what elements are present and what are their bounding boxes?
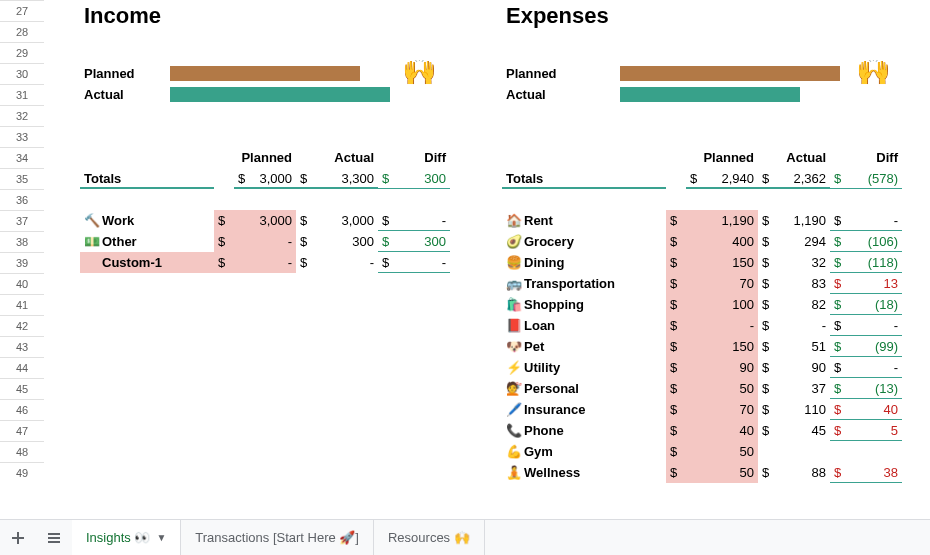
expenses-row-3-planned-val[interactable]: 70 [686,273,758,294]
expenses-row-4-actual-sym[interactable]: $ [758,294,778,315]
expenses-totals-planned-val[interactable]: 2,940 [706,168,758,189]
expenses-row-12-diff-val[interactable]: 38 [850,462,902,483]
expenses-totals-actual-sym[interactable]: $ [758,168,778,189]
income-row-0-label[interactable]: 🔨Work [80,210,214,231]
expenses-row-7-planned-sym[interactable]: $ [666,357,686,378]
income-totals-label[interactable]: Totals [80,168,214,189]
expenses-row-12-planned-sym[interactable]: $ [666,462,686,483]
expenses-header-actual[interactable]: Actual [758,147,830,168]
income-row-1-actual-sym[interactable]: $ [296,231,316,252]
expenses-header-diff[interactable]: Diff [830,147,902,168]
expenses-row-3-actual-sym[interactable]: $ [758,273,778,294]
income-row-1-label[interactable]: 💵Other [80,231,214,252]
expenses-row-10-actual-sym[interactable]: $ [758,420,778,441]
row-header-32[interactable]: 32 [0,105,44,126]
expenses-row-0-planned-val[interactable]: 1,190 [686,210,758,231]
income-row-0-diff-sym[interactable]: $ [378,210,398,231]
expenses-row-9-actual-sym[interactable]: $ [758,399,778,420]
expenses-row-6-diff-sym[interactable]: $ [830,336,850,357]
expenses-row-12-planned-val[interactable]: 50 [686,462,758,483]
expenses-row-11-label[interactable]: 💪Gym [502,441,666,462]
expenses-row-5-planned-sym[interactable]: $ [666,315,686,336]
expenses-row-5-diff-sym[interactable]: $ [830,315,850,336]
expenses-row-4-planned-val[interactable]: 100 [686,294,758,315]
row-header-41[interactable]: 41 [0,294,44,315]
income-totals-planned-sym[interactable]: $ [234,168,254,189]
expenses-row-7-diff-sym[interactable]: $ [830,357,850,378]
income-row-2-diff-sym[interactable]: $ [378,252,398,273]
expenses-row-6-diff-val[interactable]: (99) [850,336,902,357]
tab-resources[interactable]: Resources 🙌 [374,520,485,556]
expenses-row-6-planned-val[interactable]: 150 [686,336,758,357]
income-row-1-planned-sym[interactable]: $ [214,231,234,252]
row-header-29[interactable]: 29 [0,42,44,63]
expenses-totals-actual-val[interactable]: 2,362 [778,168,830,189]
income-row-2-planned-val[interactable]: - [234,252,296,273]
expenses-row-7-label[interactable]: ⚡Utility [502,357,666,378]
expenses-row-3-planned-sym[interactable]: $ [666,273,686,294]
expenses-row-2-planned-val[interactable]: 150 [686,252,758,273]
expenses-totals-diff-sym[interactable]: $ [830,168,850,189]
expenses-row-6-actual-val[interactable]: 51 [778,336,830,357]
row-header-40[interactable]: 40 [0,273,44,294]
tab-transactions[interactable]: Transactions [Start Here 🚀] [181,520,374,556]
expenses-row-9-diff-val[interactable]: 40 [850,399,902,420]
expenses-row-8-actual-val[interactable]: 37 [778,378,830,399]
expenses-row-5-diff-val[interactable]: - [850,315,902,336]
income-row-2-diff-val[interactable]: - [398,252,450,273]
expenses-row-1-diff-sym[interactable]: $ [830,231,850,252]
expenses-header-planned[interactable]: Planned [666,147,758,168]
expenses-row-12-actual-val[interactable]: 88 [778,462,830,483]
expenses-row-1-actual-val[interactable]: 294 [778,231,830,252]
income-row-2-actual-val[interactable]: - [316,252,378,273]
expenses-row-1-actual-sym[interactable]: $ [758,231,778,252]
expenses-row-2-actual-sym[interactable]: $ [758,252,778,273]
add-sheet-button[interactable] [0,520,36,556]
row-header-36[interactable]: 36 [0,189,44,210]
expenses-row-9-label[interactable]: 🖊️Insurance [502,399,666,420]
expenses-row-10-planned-sym[interactable]: $ [666,420,686,441]
expenses-row-0-label[interactable]: 🏠Rent [502,210,666,231]
expenses-row-10-actual-val[interactable]: 45 [778,420,830,441]
expenses-row-5-planned-val[interactable]: - [686,315,758,336]
expenses-row-1-diff-val[interactable]: (106) [850,231,902,252]
row-header-39[interactable]: 39 [0,252,44,273]
expenses-row-7-diff-val[interactable]: - [850,357,902,378]
expenses-row-3-label[interactable]: 🚌Transportation [502,273,666,294]
income-totals-actual-sym[interactable]: $ [296,168,316,189]
income-row-2-label[interactable]: Custom-1 [80,252,214,273]
income-row-2-planned-sym[interactable]: $ [214,252,234,273]
row-header-35[interactable]: 35 [0,168,44,189]
income-planned-label[interactable]: Planned [80,63,160,84]
row-header-27[interactable]: 27 [0,0,44,21]
expenses-row-4-diff-sym[interactable]: $ [830,294,850,315]
expenses-row-7-planned-val[interactable]: 90 [686,357,758,378]
income-row-0-planned-val[interactable]: 3,000 [234,210,296,231]
expenses-row-7-actual-val[interactable]: 90 [778,357,830,378]
expenses-row-4-label[interactable]: 🛍️Shopping [502,294,666,315]
expenses-totals-label[interactable]: Totals [502,168,666,189]
expenses-row-1-planned-val[interactable]: 400 [686,231,758,252]
expenses-row-0-diff-val[interactable]: - [850,210,902,231]
income-totals-planned-val[interactable]: 3,000 [254,168,296,189]
expenses-row-9-planned-sym[interactable]: $ [666,399,686,420]
income-row-0-diff-val[interactable]: - [398,210,450,231]
row-header-34[interactable]: 34 [0,147,44,168]
expenses-row-2-diff-sym[interactable]: $ [830,252,850,273]
tab-insights[interactable]: Insights 👀▼ [72,520,181,556]
expenses-row-4-actual-val[interactable]: 82 [778,294,830,315]
row-header-46[interactable]: 46 [0,399,44,420]
row-header-44[interactable]: 44 [0,357,44,378]
expenses-actual-label[interactable]: Actual [502,84,582,105]
expenses-planned-label[interactable]: Planned [502,63,582,84]
expenses-row-12-actual-sym[interactable]: $ [758,462,778,483]
expenses-row-10-planned-val[interactable]: 40 [686,420,758,441]
expenses-row-2-actual-val[interactable]: 32 [778,252,830,273]
row-header-30[interactable]: 30 [0,63,44,84]
expenses-row-8-diff-sym[interactable]: $ [830,378,850,399]
expenses-row-8-diff-val[interactable]: (13) [850,378,902,399]
expenses-row-12-diff-sym[interactable]: $ [830,462,850,483]
expenses-row-12-label[interactable]: 🧘Wellness [502,462,666,483]
expenses-row-1-planned-sym[interactable]: $ [666,231,686,252]
expenses-row-5-actual-sym[interactable]: $ [758,315,778,336]
